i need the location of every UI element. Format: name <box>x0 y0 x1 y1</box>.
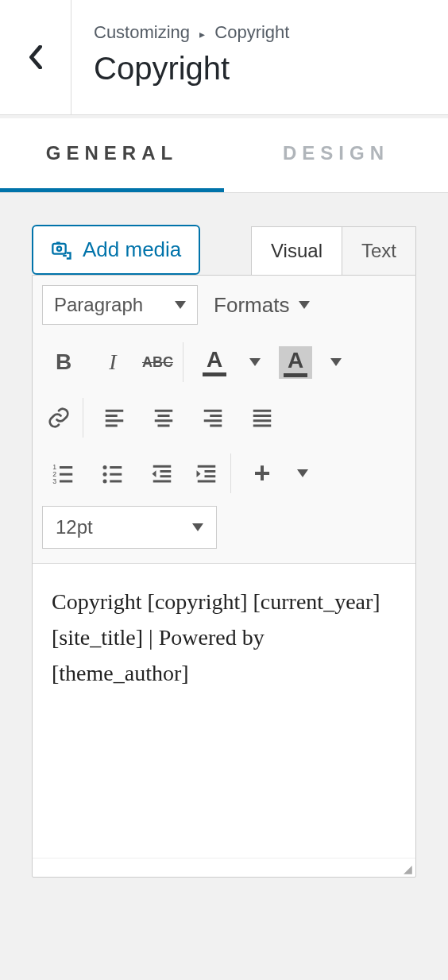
caret-down-icon <box>299 301 310 309</box>
tab-design[interactable]: DESIGN <box>224 118 448 192</box>
svg-point-1 <box>57 246 61 250</box>
align-left-icon <box>102 406 126 430</box>
editor-toolbar: Paragraph Formats B I ABC A A <box>33 276 415 564</box>
link-icon <box>47 406 71 430</box>
editor-content[interactable]: Copyright [copyright] [current_year] [si… <box>33 564 415 858</box>
breadcrumb: Customizing ▸ Copyright <box>94 22 289 43</box>
add-media-button[interactable]: Add media <box>32 225 200 275</box>
align-justify-button[interactable] <box>242 398 282 438</box>
panel-header: Customizing ▸ Copyright Copyright <box>0 0 448 115</box>
unordered-list-button[interactable] <box>93 453 133 493</box>
bg-color-button[interactable]: A <box>276 342 315 382</box>
outdent-icon <box>150 461 174 485</box>
link-button[interactable] <box>44 398 83 438</box>
align-right-icon <box>201 406 225 430</box>
strikethrough-button[interactable]: ABC <box>142 342 183 382</box>
text-color-button[interactable]: A <box>195 342 234 382</box>
bold-button[interactable]: B <box>44 342 83 382</box>
ordered-list-icon: 123 <box>52 461 75 485</box>
caret-down-icon <box>330 358 342 366</box>
editor-mode-tabs: Visual Text <box>251 226 416 275</box>
insert-caret[interactable] <box>292 453 314 493</box>
svg-point-6 <box>103 465 107 469</box>
breadcrumb-root: Customizing <box>94 22 190 42</box>
fontsize-select[interactable]: 12pt <box>42 506 217 549</box>
paragraph-select[interactable]: Paragraph <box>42 285 198 325</box>
resize-handle[interactable]: ◢ <box>404 862 412 875</box>
editor-footer: ◢ <box>33 858 415 877</box>
formats-select[interactable]: Formats <box>214 293 310 318</box>
insert-button[interactable]: + <box>242 453 282 493</box>
section-tabs: GENERAL DESIGN <box>0 118 448 193</box>
align-right-button[interactable] <box>193 398 233 438</box>
align-left-button[interactable] <box>95 398 134 438</box>
svg-rect-2 <box>56 241 60 245</box>
mode-tab-text[interactable]: Text <box>342 227 415 275</box>
indent-button[interactable] <box>191 453 231 493</box>
align-center-button[interactable] <box>144 398 183 438</box>
mode-tab-visual[interactable]: Visual <box>252 227 342 275</box>
add-media-label: Add media <box>83 237 181 262</box>
align-center-icon <box>152 406 176 430</box>
svg-rect-0 <box>52 243 65 253</box>
svg-point-8 <box>103 480 107 484</box>
caret-down-icon <box>175 301 186 309</box>
unordered-list-icon <box>101 461 125 485</box>
fontsize-label: 12pt <box>56 516 93 538</box>
text-color-caret[interactable] <box>244 342 266 382</box>
outdent-button[interactable] <box>142 453 182 493</box>
bg-color-caret[interactable] <box>325 342 347 382</box>
caret-down-icon <box>192 523 203 531</box>
header-text: Customizing ▸ Copyright Copyright <box>71 0 289 114</box>
back-button[interactable] <box>0 0 71 114</box>
page-title: Copyright <box>94 51 289 87</box>
editor: Paragraph Formats B I ABC A A <box>32 275 416 878</box>
chevron-left-icon <box>27 45 44 69</box>
caret-down-icon <box>297 469 308 477</box>
breadcrumb-current: Copyright <box>214 22 289 42</box>
svg-text:3: 3 <box>52 477 56 485</box>
breadcrumb-sep: ▸ <box>199 28 205 41</box>
tab-general[interactable]: GENERAL <box>0 118 224 192</box>
ordered-list-button[interactable]: 123 <box>44 453 83 493</box>
paragraph-label: Paragraph <box>54 294 143 316</box>
camera-icon <box>51 239 73 261</box>
caret-down-icon <box>249 358 261 366</box>
align-justify-icon <box>250 406 274 430</box>
formats-label: Formats <box>214 293 289 318</box>
indent-icon <box>195 461 218 485</box>
italic-button[interactable]: I <box>93 342 133 382</box>
svg-point-7 <box>103 473 107 476</box>
